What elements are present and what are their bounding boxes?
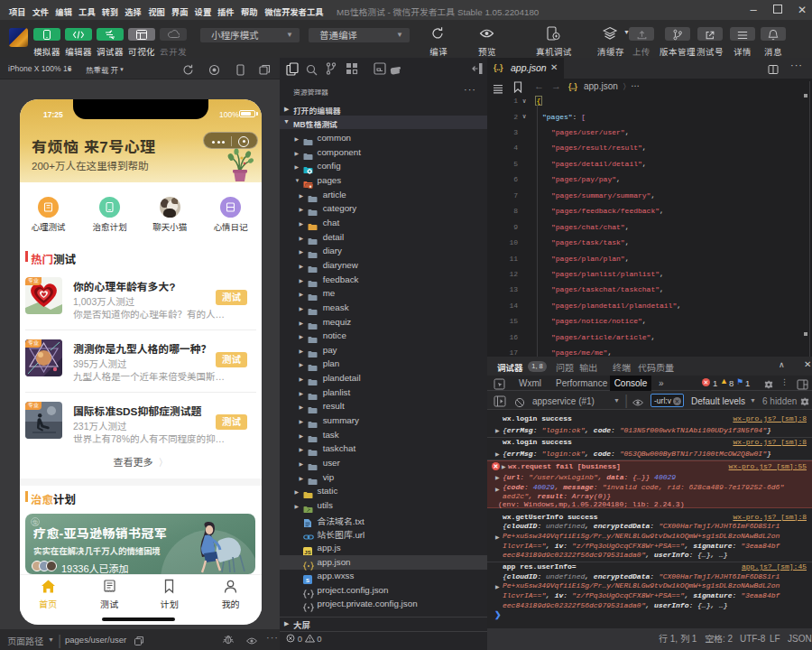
svg-text:S: S <box>305 578 309 583</box>
svg-text:JS: JS <box>304 550 310 555</box>
